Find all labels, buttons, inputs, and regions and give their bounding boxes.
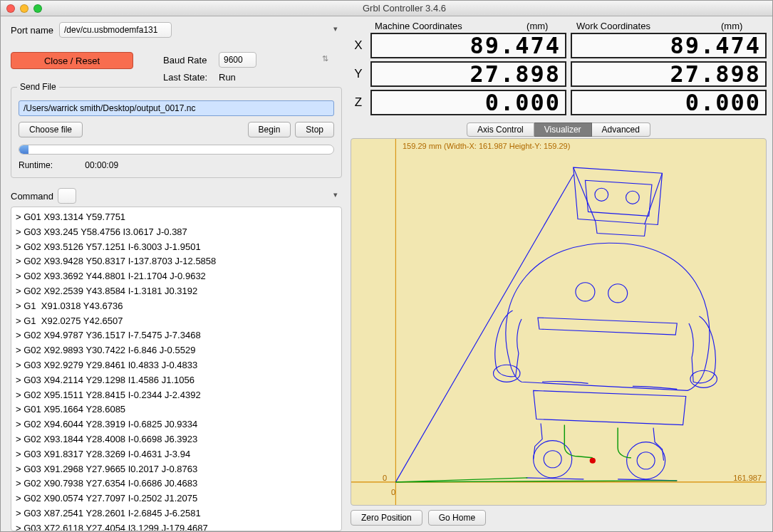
visualizer-canvas[interactable]: 159.29 mm (Width-X: 161.987 Height-Y: 15… xyxy=(351,138,767,506)
svg-point-4 xyxy=(576,283,595,301)
go-home-button[interactable]: Go Home xyxy=(428,510,486,526)
laststate-label: Last State: xyxy=(163,72,213,83)
viz-dimensions: 159.29 mm (Width-X: 161.987 Height-Y: 15… xyxy=(403,142,570,150)
zoom-icon[interactable] xyxy=(33,4,42,13)
svg-point-8 xyxy=(534,441,572,478)
tab-bar: Axis Control Visualizer Advanced xyxy=(351,122,767,137)
command-label: Command xyxy=(11,191,53,202)
svg-point-10 xyxy=(627,442,665,479)
work-x: 89.474 xyxy=(571,33,767,58)
stop-button[interactable]: Stop xyxy=(295,122,334,137)
begin-button[interactable]: Begin xyxy=(248,122,291,137)
zero-position-button[interactable]: Zero Position xyxy=(351,510,422,526)
send-file-group: Send File Choose file Begin Stop Runtime… xyxy=(11,87,342,178)
work-z: 0.000 xyxy=(571,90,767,115)
axis-x-label: X xyxy=(351,33,366,58)
machine-y: 27.898 xyxy=(370,61,566,87)
viz-max-x: 161.987 xyxy=(733,474,762,482)
close-icon[interactable] xyxy=(6,4,15,13)
send-file-title: Send File xyxy=(17,82,59,92)
svg-point-3 xyxy=(626,191,640,204)
close-reset-button[interactable]: Close / Reset xyxy=(11,52,133,69)
axis-y-label: Y xyxy=(351,61,366,87)
machine-x: 89.474 xyxy=(370,33,566,58)
svg-point-12 xyxy=(590,458,596,464)
runtime-value: 00:00:09 xyxy=(85,160,118,170)
axis-z-label: Z xyxy=(351,90,366,115)
work-y: 27.898 xyxy=(571,61,767,87)
command-select[interactable] xyxy=(58,188,76,204)
tab-advanced[interactable]: Advanced xyxy=(592,122,650,137)
coord-header: Machine Coordinates (mm) Work Coordinate… xyxy=(351,21,767,33)
svg-point-9 xyxy=(544,451,561,468)
choose-file-button[interactable]: Choose file xyxy=(19,122,83,137)
runtime-label: Runtime: xyxy=(19,160,83,170)
laststate-value: Run xyxy=(219,72,236,83)
baud-select[interactable]: 9600 xyxy=(219,52,256,68)
progress-bar xyxy=(19,145,334,155)
svg-point-11 xyxy=(637,452,655,469)
file-path-input[interactable] xyxy=(19,100,334,116)
port-select[interactable]: /dev/cu.usbmodemfa131 xyxy=(59,22,172,38)
minimize-icon[interactable] xyxy=(20,4,28,13)
port-label: Port name xyxy=(11,25,53,36)
viz-zero-x: 0 xyxy=(391,488,395,496)
baud-label: Baud Rate xyxy=(163,55,213,66)
tab-axis-control[interactable]: Axis Control xyxy=(467,122,534,137)
titlebar: Grbl Controller 3.4.6 xyxy=(1,1,772,16)
tab-visualizer[interactable]: Visualizer xyxy=(534,122,592,137)
svg-point-5 xyxy=(608,284,628,303)
gcode-log[interactable]: > G01 X93.1314 Y59.7751 > G03 X93.245 Y5… xyxy=(11,207,342,531)
viz-zero-y: 0 xyxy=(383,474,387,482)
window-title: Grbl Controller 3.4.6 xyxy=(42,3,767,14)
svg-point-2 xyxy=(595,188,608,201)
machine-z: 0.000 xyxy=(370,90,566,115)
